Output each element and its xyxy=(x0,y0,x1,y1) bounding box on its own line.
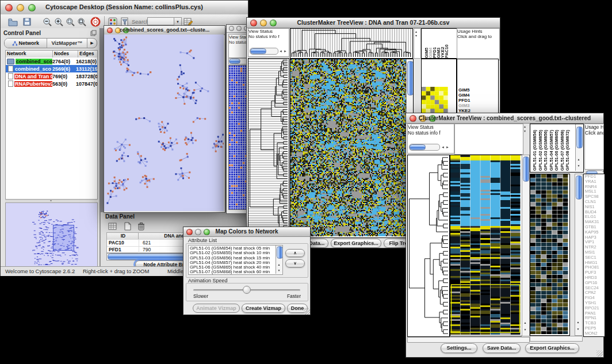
dialog-titlebar[interactable]: Map Colors to Network xyxy=(183,227,310,237)
column-label[interactable]: GPL51-06 (GSM865) xyxy=(554,125,560,171)
gene-label[interactable]: PUF3 xyxy=(585,270,605,275)
gene-label[interactable]: TCB3 xyxy=(585,321,605,326)
gene-label[interactable]: PEP5 xyxy=(585,326,605,331)
gene-label[interactable]: CPA2 xyxy=(585,290,605,296)
gene-label[interactable]: YRA1 xyxy=(585,179,605,185)
float-panel-icon[interactable] xyxy=(90,30,97,36)
network-table-row[interactable]: combined_sco 2569(6) 13112(15) xyxy=(6,65,97,72)
column-label[interactable]: GPL51-02 (GSM855) xyxy=(538,125,544,171)
column-label[interactable]: GPL51-04 (GSM857) xyxy=(549,125,554,171)
gene-label[interactable]: GPI16 xyxy=(585,281,605,286)
open-folder-icon[interactable] xyxy=(7,17,18,27)
move-up-button[interactable]: ∧ xyxy=(285,249,305,257)
col-header-nodes[interactable]: Nodes xyxy=(53,51,78,58)
gene-label[interactable]: GIM3 xyxy=(458,103,498,108)
resize-grip[interactable] xyxy=(304,308,310,315)
column-label[interactable]: PFD1 xyxy=(432,47,436,58)
gene-label[interactable]: MAK31 xyxy=(585,220,605,225)
delete-attribute-trash-icon[interactable] xyxy=(136,221,146,231)
tv1-status-scrollbar[interactable] xyxy=(250,48,278,55)
network-view-titlebar[interactable]: combined_scores_good.txt--cluste... xyxy=(104,26,225,35)
column-label[interactable]: GPL51-07 (GSM868) xyxy=(560,125,565,171)
tv2-row-tree-canvas[interactable] xyxy=(408,155,448,335)
table-mode-icon[interactable] xyxy=(108,221,117,231)
new-attribute-icon[interactable] xyxy=(123,221,132,231)
help-lifering-icon[interactable] xyxy=(90,17,101,27)
gene-label[interactable]: RPN1 xyxy=(585,316,605,321)
panel-divider-handle[interactable] xyxy=(5,200,97,202)
scroll-left-arrow[interactable]: ◄ xyxy=(279,49,282,53)
gene-label[interactable]: GIM5 xyxy=(458,87,498,93)
scroll-down-arrow[interactable]: ▼ xyxy=(522,328,528,331)
gene-label[interactable]: PHO81 xyxy=(585,265,605,270)
gene-label[interactable]: NTR2 xyxy=(585,245,605,250)
gene-label[interactable]: ELG1 xyxy=(585,214,605,220)
column-label[interactable]: YKE2 xyxy=(440,47,444,58)
gene-label[interactable]: BUD4 xyxy=(585,210,605,215)
attribute-item[interactable]: GPL51-07 (GSM868) heat shock 60 min xyxy=(190,270,282,274)
tv2-zoom-vscrollbar[interactable]: ▲ ▼ xyxy=(575,174,583,336)
col-header-network[interactable]: Network xyxy=(6,51,53,58)
treeview2-titlebar[interactable]: ClusterMaker TreeView : combined_scores_… xyxy=(406,113,603,124)
gene-label[interactable]: RNR4 xyxy=(585,185,605,190)
gene-label[interactable]: YSH1 xyxy=(585,301,605,306)
gene-label[interactable]: KAP95 xyxy=(585,230,605,235)
zoom-in-icon[interactable] xyxy=(53,17,64,27)
scroll-right-arrow[interactable]: ► xyxy=(284,49,287,53)
column-label[interactable]: GPL51-01 (GSM854) xyxy=(532,125,538,171)
treeview1-titlebar[interactable]: ClusterMaker TreeView : DNA and Tran 07-… xyxy=(247,18,500,28)
tv2-column-tree-panel[interactable] xyxy=(454,124,523,155)
gene-label[interactable]: PFD1 xyxy=(458,98,498,103)
gene-label[interactable]: HMG1 xyxy=(585,260,605,266)
spin-down-arrow[interactable]: ▾ xyxy=(415,34,417,37)
zoom-out-icon[interactable] xyxy=(42,17,52,27)
tv2-heatmap-canvas[interactable] xyxy=(450,155,521,335)
resize-grip[interactable] xyxy=(596,350,603,357)
tv2-status-scrollbar[interactable] xyxy=(409,144,440,151)
column-label[interactable]: GIM3 xyxy=(436,48,440,58)
scroll-up-arrow[interactable]: ▲ xyxy=(576,158,582,161)
zoom-fit-icon[interactable] xyxy=(76,17,87,27)
tv1-export-graphics-button[interactable]: Export Graphics... xyxy=(331,239,381,248)
tv2-labels-vscrollbar[interactable]: ▲ ▼ xyxy=(575,124,583,171)
tv2-settings-button[interactable]: Settings... xyxy=(441,343,477,353)
gene-label[interactable]: NIS1 xyxy=(585,205,605,210)
network-table-row[interactable]: DNA and Tran 07 769(0) 183728(0) xyxy=(6,72,97,80)
gene-label[interactable]: SEC24 xyxy=(585,286,605,291)
col-header-edges[interactable]: Edges xyxy=(78,51,97,58)
animate-vizmap-button[interactable]: Animate Vizmap xyxy=(193,304,240,313)
gene-label[interactable]: MSI1 xyxy=(585,250,605,255)
spin-down-arrow[interactable]: ▾ xyxy=(524,129,526,133)
network-overview-canvas[interactable] xyxy=(6,203,96,265)
minimize-button[interactable] xyxy=(236,26,242,31)
column-label[interactable]: GPL51-08 (GSM872) xyxy=(565,125,571,171)
gene-label[interactable]: PAN1 xyxy=(585,311,605,316)
spin-up-arrow[interactable]: ▴ xyxy=(415,30,417,33)
gene-label[interactable]: MON2 xyxy=(585,331,605,336)
tab-vizmapper[interactable]: VizMapper™ xyxy=(47,39,87,48)
tv2-heatmap-vscrollbar[interactable]: ▲ ▼ xyxy=(522,155,530,336)
network-table-row[interactable]: combined_scores_ 2764(0) 16218(0) xyxy=(6,58,97,65)
column-label[interactable]: GIM4 xyxy=(428,48,432,58)
background-scrollbar[interactable] xyxy=(228,58,247,64)
network-table-row[interactable]: RNAPuberNov2+| 563(0) 107847(0) xyxy=(6,80,97,87)
network-view-canvas[interactable] xyxy=(104,35,224,211)
attr-col-id[interactable]: ID xyxy=(107,233,139,239)
scroll-up-arrow[interactable]: ▲ xyxy=(522,321,528,324)
tab-overflow-button[interactable]: ▶ xyxy=(87,39,97,48)
column-label[interactable]: GIM5 xyxy=(424,48,428,58)
attribute-list-scrollbar[interactable]: ▲ ▼ xyxy=(276,246,282,274)
gene-label[interactable]: HRD3 xyxy=(585,275,605,281)
gene-label[interactable]: RPO21 xyxy=(585,306,605,311)
column-label[interactable]: PAC10 xyxy=(444,44,448,58)
gene-label[interactable]: SPC98 xyxy=(585,194,605,200)
scroll-down-arrow[interactable]: ▼ xyxy=(276,269,282,272)
tv2-zoom-hscrollbar[interactable] xyxy=(530,336,583,342)
tab-network[interactable]: Network xyxy=(5,39,47,48)
tv2-zoom-heatmap-canvas[interactable] xyxy=(530,174,568,334)
gene-label[interactable]: VIP1 xyxy=(585,240,605,245)
gene-label[interactable]: SEC1 xyxy=(585,255,605,260)
tv1-column-tree-canvas[interactable] xyxy=(290,29,411,57)
gene-label[interactable]: MSL1 xyxy=(585,189,605,194)
dense-network-grid-canvas[interactable] xyxy=(228,65,248,210)
